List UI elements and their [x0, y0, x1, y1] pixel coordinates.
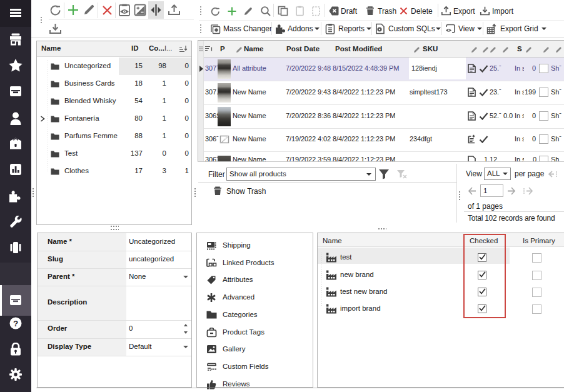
svg-text:?: ? — [13, 319, 18, 328]
